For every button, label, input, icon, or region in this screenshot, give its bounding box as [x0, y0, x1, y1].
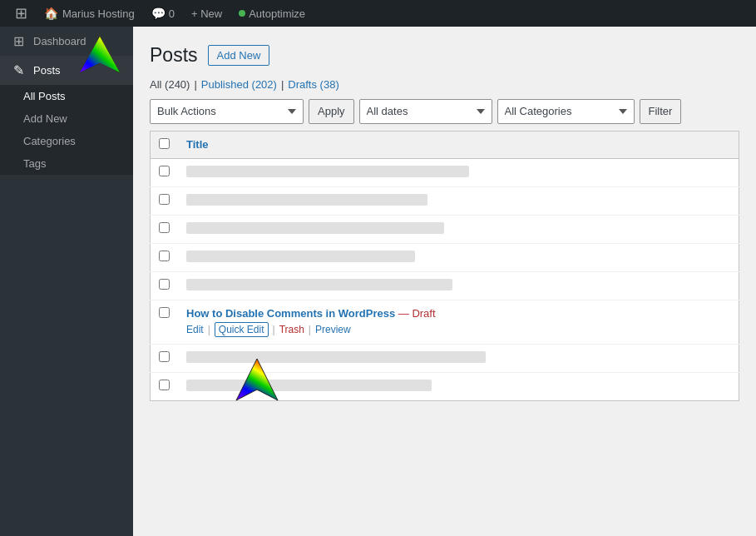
page-header: Posts Add New — [150, 43, 739, 68]
placeholder-title — [186, 194, 427, 206]
apply-button[interactable]: Apply — [309, 99, 354, 124]
bulk-checkbox-header[interactable] — [151, 131, 179, 158]
row-title-cell — [178, 186, 739, 215]
row-title-cell — [178, 158, 739, 186]
cursor-arrow-bottom — [235, 355, 280, 407]
placeholder-title — [186, 351, 486, 363]
dashboard-label: Dashboard — [33, 35, 86, 47]
autoptimize-label: Autoptimize — [249, 7, 305, 20]
sidebar-item-posts[interactable]: ✎ Posts — [0, 56, 133, 85]
trash-post-link[interactable]: Trash — [279, 324, 304, 335]
row-checkbox-cell — [151, 186, 179, 215]
title-col-label: Title — [186, 138, 209, 151]
row-checkbox-cell — [151, 271, 179, 300]
sidebar-item-add-new[interactable]: Add New — [0, 107, 133, 130]
action-sep1: | — [208, 324, 210, 335]
comments-count: 0 — [169, 7, 175, 20]
dashboard-icon: ⊞ — [10, 33, 27, 49]
row-checkbox-cell — [151, 158, 179, 186]
row-title-cell — [178, 215, 739, 243]
filter-published[interactable]: Published (202) — [201, 78, 277, 91]
filter-drafts-label: Drafts — [288, 78, 317, 91]
autoptimize-item[interactable]: Autoptimize — [230, 0, 314, 27]
placeholder-title — [186, 166, 469, 177]
title-column-header[interactable]: Title — [178, 131, 739, 158]
action-sep2: | — [273, 324, 275, 335]
row-title-cell — [178, 271, 739, 300]
row-checkbox[interactable] — [159, 279, 170, 290]
table-row — [151, 158, 739, 186]
home-icon: 🏠 — [44, 7, 58, 20]
row-checkbox[interactable] — [159, 194, 170, 205]
tags-label: Tags — [23, 157, 46, 170]
categories-label: Categories — [23, 135, 76, 147]
post-title-link[interactable]: How to Disable Comments in WordPress — D… — [186, 307, 436, 320]
comments-item[interactable]: 💬 0 — [143, 0, 183, 27]
table-row — [151, 186, 739, 215]
table-row: How to Disable Comments in WordPress — D… — [151, 300, 739, 344]
table-row — [151, 344, 739, 372]
table-row — [151, 215, 739, 243]
posts-label: Posts — [33, 64, 61, 77]
sep2: | — [281, 78, 284, 91]
row-checkbox-cell — [151, 344, 179, 372]
comments-icon: 💬 — [151, 7, 166, 20]
table-row — [151, 271, 739, 300]
add-new-submenu-label: Add New — [23, 112, 67, 125]
row-checkbox-cell — [151, 300, 179, 344]
row-checkbox[interactable] — [159, 166, 170, 176]
page-title: Posts — [150, 43, 198, 68]
table-toolbar: Bulk Actions Edit Move to Trash Apply Al… — [150, 99, 739, 124]
site-name-label: Marius Hosting — [62, 7, 135, 20]
placeholder-title — [186, 380, 432, 391]
filter-button[interactable]: Filter — [640, 99, 682, 124]
row-title-cell — [178, 243, 739, 271]
row-checkbox-cell — [151, 215, 179, 243]
filter-all[interactable]: All (240) — [150, 78, 190, 91]
row-title-cell: How to Disable Comments in WordPress — D… — [178, 300, 739, 344]
row-checkbox[interactable] — [159, 380, 170, 390]
wp-logo-icon: ⊞ — [15, 4, 27, 22]
table-row — [151, 243, 739, 271]
sidebar-item-dashboard[interactable]: ⊞ Dashboard — [0, 27, 133, 56]
quick-edit-button[interactable]: Quick Edit — [215, 322, 269, 337]
wp-logo-item[interactable]: ⊞ — [7, 0, 36, 27]
action-sep3: | — [309, 324, 311, 335]
row-checkbox[interactable] — [159, 351, 170, 362]
autoptimize-status-dot — [239, 10, 245, 17]
posts-table: Title — [150, 131, 739, 401]
row-checkbox[interactable] — [159, 307, 170, 318]
posts-icon: ✎ — [10, 62, 27, 78]
new-content-item[interactable]: + New — [183, 0, 230, 27]
admin-sidebar: ⊞ Dashboard ✎ Posts All Posts Add New Ca… — [0, 27, 133, 536]
select-all-checkbox[interactable] — [159, 138, 170, 149]
add-new-button[interactable]: Add New — [208, 45, 270, 66]
row-checkbox[interactable] — [159, 251, 170, 261]
preview-post-link[interactable]: Preview — [315, 324, 351, 335]
row-checkbox[interactable] — [159, 222, 170, 233]
sidebar-item-all-posts[interactable]: All Posts — [0, 85, 133, 107]
all-dates-select[interactable]: All dates — [359, 99, 492, 124]
row-actions: Edit | Quick Edit | Trash | Preview — [186, 322, 730, 337]
bulk-actions-select[interactable]: Bulk Actions Edit Move to Trash — [150, 99, 304, 124]
all-posts-label: All Posts — [23, 90, 66, 102]
edit-post-link[interactable]: Edit — [186, 324, 204, 335]
posts-filter-nav: All (240) | Published (202) | Drafts (38… — [150, 78, 739, 91]
placeholder-title — [186, 279, 452, 290]
row-title-cell — [178, 344, 739, 372]
main-content: Posts Add New All (240) | Published (202… — [133, 27, 756, 536]
placeholder-title — [186, 222, 444, 234]
sep1: | — [194, 78, 196, 91]
filter-all-label: All — [150, 78, 161, 91]
site-name-item[interactable]: 🏠 Marius Hosting — [36, 0, 143, 27]
sidebar-item-categories[interactable]: Categories — [0, 130, 133, 152]
row-checkbox-cell — [151, 372, 179, 400]
all-categories-select[interactable]: All Categories — [497, 99, 635, 124]
filter-published-label: Published — [201, 78, 249, 91]
filter-drafts[interactable]: Drafts (38) — [288, 78, 338, 91]
table-header-row: Title — [151, 131, 739, 158]
row-checkbox-cell — [151, 243, 179, 271]
svg-marker-1 — [236, 359, 278, 400]
post-status-label: — Draft — [398, 307, 436, 320]
sidebar-item-tags[interactable]: Tags — [0, 152, 133, 175]
